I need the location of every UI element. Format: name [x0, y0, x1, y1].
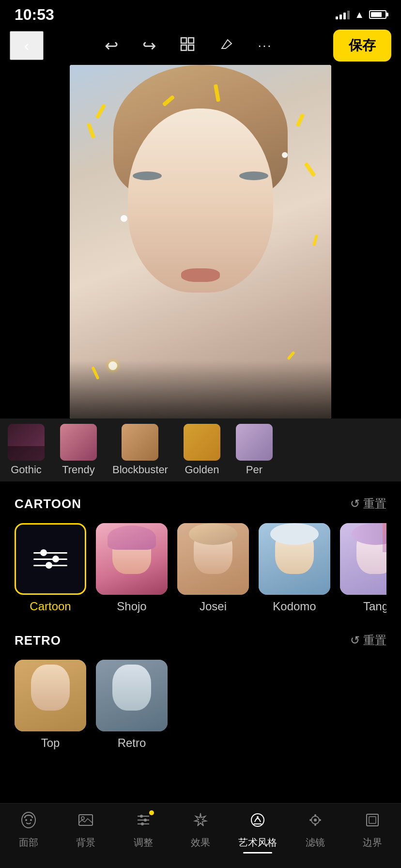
style-thumb-cartoon — [15, 523, 86, 595]
effects-icon — [192, 811, 209, 833]
style-label-shojo: Shojo — [117, 600, 146, 613]
adjust-dot — [149, 810, 154, 815]
nav-item-filter[interactable]: 滤镜 — [291, 811, 339, 853]
svg-point-18 — [314, 819, 317, 822]
svg-point-10 — [140, 815, 143, 818]
filter-label-per: Per — [246, 464, 262, 476]
nav-item-face[interactable]: 面部 — [4, 811, 53, 853]
back-button[interactable]: ‹ — [10, 31, 44, 60]
nav-label-border: 边界 — [363, 836, 382, 849]
svg-rect-24 — [369, 817, 376, 823]
svg-point-6 — [30, 819, 32, 821]
filter-label-golden: Golden — [185, 464, 219, 476]
style-thumb-retro-1 — [15, 660, 86, 731]
retro-items: Top Retro — [15, 660, 386, 755]
cartoon-section-title: CARTOON — [15, 496, 81, 512]
svg-rect-3 — [188, 45, 194, 50]
filter-label-blockbuster: Blockbuster — [112, 464, 168, 476]
filter-label-trendy: Trendy — [62, 464, 95, 476]
toolbar-actions: ↩ ↪ ··· — [44, 36, 333, 55]
style-label-kodomo: Kodomo — [273, 600, 316, 613]
nav-active-indicator — [243, 852, 272, 853]
svg-point-8 — [81, 817, 84, 820]
style-item-josei[interactable]: Josei — [177, 523, 249, 613]
style-item-retro-1[interactable]: Top — [15, 660, 86, 750]
svg-point-12 — [144, 819, 147, 822]
filter-item-per[interactable]: Per — [228, 420, 280, 480]
cartoon-reset-button[interactable]: ↺ 重置 — [350, 496, 386, 512]
filter-thumb-per — [236, 424, 273, 461]
signal-icon — [336, 10, 350, 19]
save-button[interactable]: 保存 — [333, 30, 391, 62]
nav-item-artstyle[interactable]: 艺术风格 — [233, 811, 282, 853]
style-thumb-kodomo — [259, 523, 330, 595]
main-image-area — [0, 65, 401, 418]
svg-rect-7 — [79, 815, 93, 825]
svg-rect-23 — [367, 814, 378, 826]
crop-button[interactable] — [180, 37, 195, 55]
status-time: 10:53 — [15, 6, 54, 24]
nav-item-effects[interactable]: 效果 — [176, 811, 225, 853]
nav-label-adjust: 调整 — [134, 836, 153, 849]
style-thumb-josei — [177, 523, 249, 595]
cartoon-section-header: CARTOON ↺ 重置 — [15, 496, 386, 512]
status-bar: 10:53 ▲ — [0, 0, 401, 26]
cartoon-items: Cartoon Shojo Josei — [15, 523, 386, 618]
filter-item-golden[interactable]: Golden — [176, 420, 228, 480]
style-thumb-shojo — [96, 523, 168, 595]
svg-point-16 — [257, 816, 259, 818]
nav-item-adjust[interactable]: 调整 — [119, 811, 168, 853]
style-thumb-retro-2 — [96, 660, 168, 731]
retro-section-header: RETRO ↺ 重置 — [15, 633, 386, 648]
nav-label-face: 面部 — [19, 836, 38, 849]
filter-icon — [307, 811, 324, 833]
svg-point-20 — [314, 824, 316, 826]
filter-item-trendy[interactable]: Trendy — [52, 420, 105, 480]
style-label-retro-1: Top — [41, 736, 60, 750]
filter-thumb-golden — [184, 424, 220, 461]
toolbar: ‹ ↩ ↪ ··· 保存 — [0, 26, 401, 65]
svg-point-22 — [319, 819, 321, 821]
filter-thumb-blockbuster — [122, 424, 158, 461]
nav-item-border[interactable]: 边界 — [348, 811, 397, 853]
nav-label-filter: 滤镜 — [306, 836, 325, 849]
svg-point-5 — [25, 819, 27, 821]
style-item-shojo[interactable]: Shojo — [96, 523, 168, 613]
svg-point-21 — [309, 819, 311, 821]
style-item-retro-2[interactable]: Retro — [96, 660, 168, 750]
svg-rect-0 — [181, 38, 186, 43]
battery-icon — [369, 10, 386, 19]
cartoon-section: CARTOON ↺ 重置 — [0, 481, 401, 623]
main-image — [70, 65, 331, 418]
bottom-nav: 面部 背景 调整 — [0, 803, 401, 868]
svg-rect-2 — [181, 45, 186, 50]
svg-point-19 — [314, 814, 316, 816]
style-item-kodomo[interactable]: Kodomo — [259, 523, 330, 613]
filter-thumb-trendy — [60, 424, 97, 461]
more-button[interactable]: ··· — [258, 38, 272, 53]
redo-button[interactable]: ↪ — [142, 36, 156, 55]
erase-button[interactable] — [219, 37, 233, 55]
face-icon — [20, 811, 37, 833]
background-icon — [77, 811, 94, 833]
filter-strip: Gothic Trendy Blockbuster Golden Per — [0, 418, 401, 481]
style-label-josei: Josei — [200, 600, 227, 613]
filter-item-gothic[interactable]: Gothic — [0, 420, 52, 480]
undo-button[interactable]: ↩ — [105, 36, 118, 55]
nav-item-background[interactable]: 背景 — [62, 811, 110, 853]
adjust-icon — [135, 811, 152, 833]
artstyle-icon — [249, 811, 266, 833]
filter-thumb-gothic — [8, 424, 45, 461]
style-label-cartoon: Cartoon — [30, 600, 71, 613]
wifi-icon: ▲ — [355, 9, 364, 20]
filter-item-blockbuster[interactable]: Blockbuster — [105, 420, 176, 480]
style-item-tangu[interactable]: Tang — [340, 523, 386, 613]
retro-reset-button[interactable]: ↺ 重置 — [350, 633, 386, 648]
svg-point-14 — [141, 822, 144, 825]
style-label-tangu: Tang — [363, 600, 386, 613]
style-item-cartoon[interactable]: Cartoon — [15, 523, 86, 613]
style-thumb-tangu — [340, 523, 386, 595]
nav-label-artstyle: 艺术风格 — [238, 836, 277, 849]
svg-point-15 — [251, 814, 264, 826]
border-icon — [364, 811, 381, 833]
